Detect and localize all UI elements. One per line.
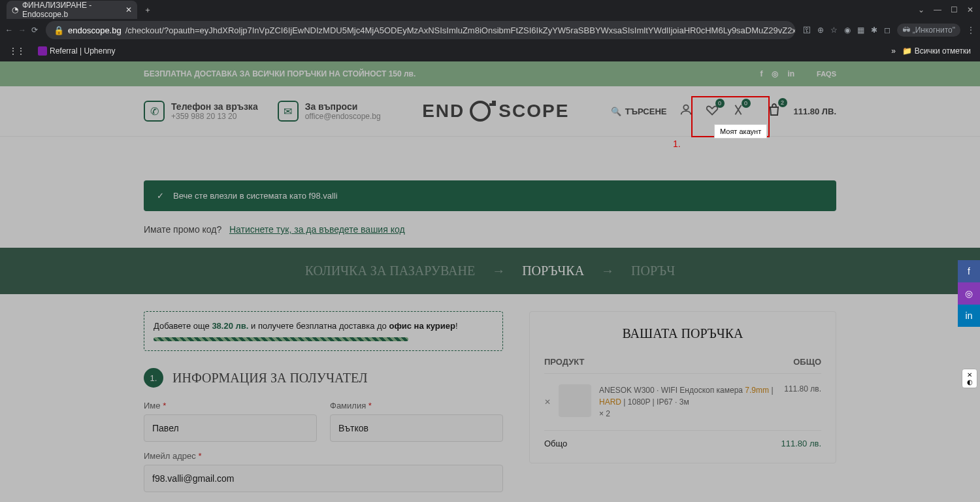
remove-item-button[interactable]: ✕ [544,397,551,407]
new-tab-button[interactable]: ＋ [144,5,152,16]
ext-icon[interactable]: ◉ [844,25,851,35]
address-bar[interactable]: 🔒 endoscope.bg/checkout/?opauth=eyJhdXRo… [46,21,795,39]
linkedin-icon[interactable]: in [958,305,980,327]
step-number: 1. [144,368,163,388]
main-nav [0,136,980,167]
star-icon[interactable]: ☆ [830,25,838,35]
svg-point-1 [683,105,688,110]
facebook-icon[interactable]: f [958,260,980,282]
announcement-bar: БЕЗПЛАТНА ДОСТАВКА ЗА ВСИЧКИ ПОРЪЧКИ НА … [0,61,980,86]
minimize-icon[interactable]: — [934,5,941,14]
close-icon[interactable]: ✕ [125,5,132,14]
key-icon[interactable]: ⚿ [803,25,811,35]
all-bookmarks[interactable]: 📁Всички отметки [898,46,975,56]
reload-button[interactable]: ⟳ [31,25,38,35]
promo-prompt: Имате промо код? Натиснете тук, за да въ… [144,224,836,235]
section-title: ИНФОРМАЦИЯ ЗА ПОЛУЧАТЕЛ [172,371,367,386]
browser-tab[interactable]: ◔ ФИНАЛИЗИРАНЕ - Endoscope.b ✕ [7,1,137,19]
phone-contact[interactable]: ✆ Телефон за връзка +359 988 20 13 20 [144,101,258,122]
browser-chrome: ◔ ФИНАЛИЗИРАНЕ - Endoscope.b ✕ ＋ ⌄ — ☐ ✕… [0,0,980,61]
bookmarks-bar: ⋮⋮ Referral | Uphenny » 📁Всички отметки [0,41,980,61]
instagram-icon[interactable]: ◎ [772,69,778,78]
instagram-icon[interactable]: ◎ [958,282,980,305]
mail-icon: ✉ [278,101,299,122]
menu-icon[interactable]: ⋮ [967,25,975,35]
order-item: ✕ ANESOK W300 · WIFI Ендоскоп камера 7.9… [544,374,821,431]
faqs-link[interactable]: FAQS [817,70,836,78]
apps-button[interactable]: ⋮⋮ [5,46,29,56]
tab-favicon: ◔ [12,5,18,14]
extensions-icon[interactable]: ✱ [871,25,877,35]
logo-icon [467,98,496,124]
surname-input[interactable] [330,414,503,442]
surname-label: Фамилия * [330,401,503,410]
accessibility-widget[interactable]: ✕◐ [962,369,977,388]
maximize-icon[interactable]: ☐ [951,5,958,14]
email-input[interactable] [144,465,503,492]
linkedin-icon[interactable]: in [787,69,794,78]
side-social: f ◎ in [958,260,980,327]
name-input[interactable] [144,414,317,442]
window-dropdown-icon[interactable]: ⌄ [918,5,924,14]
logged-in-alert: ✓ Вече сте влезли в системата като f98.v… [144,180,836,211]
lock-icon: 🔒 [54,25,64,35]
email-label: Имейл адрес * [144,451,503,461]
cart-total: 111.80 ЛВ. [794,107,837,116]
name-label: Име * [144,401,317,410]
incognito-icon: 🕶 [902,25,910,35]
translate-icon[interactable]: ⊕ [817,25,824,35]
incognito-badge[interactable]: 🕶 „Инкогнито" [897,24,960,37]
facebook-icon[interactable]: f [760,69,762,78]
check-icon: ✓ [157,191,164,201]
free-shipping-box: Добавете още 38.20 лв. и получете безпла… [144,311,503,351]
ext-icon[interactable]: ▦ [857,25,864,35]
back-button[interactable]: ← [5,25,13,35]
site-logo[interactable]: END SCOPE [422,98,569,124]
svg-point-0 [471,102,489,120]
product-thumb [559,384,591,417]
annotation-box-1: Моят акаунт 1. [691,96,770,137]
ext-icon[interactable]: ◻ [884,25,890,35]
site-header: ✆ Телефон за връзка +359 988 20 13 20 ✉ … [0,86,980,136]
search-icon: 🔍 [611,107,621,116]
email-contact[interactable]: ✉ За въпроси office@endoscope.bg [278,101,381,122]
window-close-icon[interactable]: ✕ [967,5,973,14]
account-tooltip: Моят акаунт [714,124,767,139]
search-button[interactable]: 🔍 ТЪРСЕНЕ [611,107,667,116]
bookmark-item[interactable]: Referral | Uphenny [34,46,120,56]
order-summary: ВАШАТА ПОРЪЧКА ПРОДУКТ ОБЩО ✕ ANESOK W30… [529,311,836,463]
tab-title: ФИНАЛИЗИРАНЕ - Endoscope.b [22,1,122,19]
phone-icon: ✆ [144,101,165,122]
checkout-steps: КОЛИЧКА ЗА ПАЗАРУВАНЕ → ПОРЪЧКА → ПОРЪЧ [0,248,980,294]
forward-button[interactable]: → [18,25,26,35]
promo-link[interactable]: Натиснете тук, за да въведете вашия код [229,224,405,235]
